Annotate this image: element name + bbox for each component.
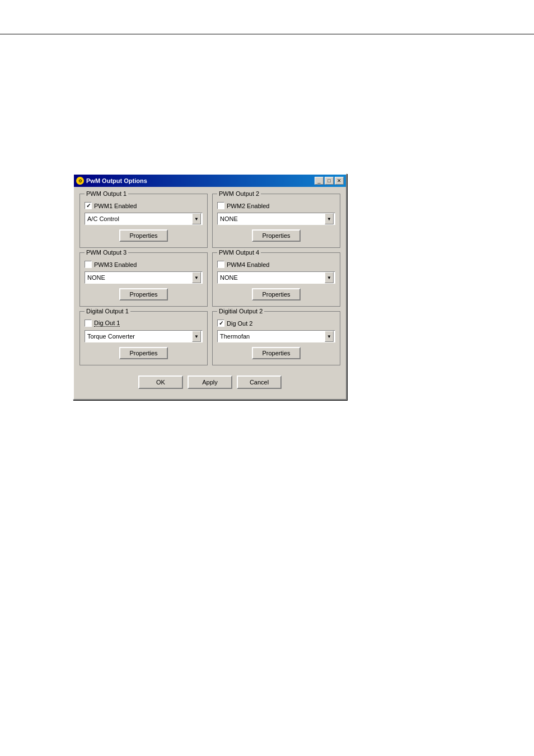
pwm3-select[interactable]: NONE ▼ — [85, 271, 203, 284]
title-buttons: _ □ ✕ — [315, 177, 344, 185]
digital1-checkbox-label: Dig Out 1 — [94, 320, 120, 327]
digital2-select[interactable]: Thermofan ▼ — [217, 330, 335, 342]
pwm4-properties-button[interactable]: Properties — [252, 288, 300, 300]
digital2-properties-button[interactable]: Properties — [252, 347, 300, 359]
pwm3-checkbox-label: PWM3 Enabled — [94, 261, 137, 268]
pwm-row-2: PWM Output 3 PWM3 Enabled NONE ▼ Propert… — [79, 252, 340, 307]
digital2-checkbox-row[interactable]: Dig Out 2 — [217, 320, 335, 327]
digital1-checkbox[interactable] — [85, 320, 92, 327]
dialog-body: PWM Output 1 PWM1 Enabled A/C Control ▼ … — [74, 187, 346, 399]
digital2-legend: Digitial Output 2 — [217, 308, 264, 314]
pwm4-group: PWM Output 4 PWM4 Enabled NONE ▼ Propert… — [212, 252, 340, 307]
digital1-checkbox-row[interactable]: Dig Out 1 — [85, 320, 203, 327]
dialog-icon: ⚙ — [76, 177, 84, 185]
pwm1-legend: PWM Output 1 — [85, 190, 128, 197]
pwm4-checkbox[interactable] — [217, 261, 224, 268]
pwm4-select-value: NONE — [219, 274, 238, 281]
pwm4-legend: PWM Output 4 — [217, 249, 261, 256]
digital2-select-arrow[interactable]: ▼ — [325, 331, 334, 342]
pwm2-select-value: NONE — [219, 215, 238, 222]
pwm4-checkbox-label: PWM4 Enabled — [227, 261, 269, 268]
pwm3-select-value: NONE — [86, 274, 105, 281]
pwm-output-options-dialog: ⚙ PwM Output Options _ □ ✕ PWM Output 1 … — [73, 173, 347, 400]
maximize-button[interactable]: □ — [325, 177, 334, 185]
page-background: ⚙ PwM Output Options _ □ ✕ PWM Output 1 … — [0, 0, 534, 756]
pwm1-checkbox-row[interactable]: PWM1 Enabled — [85, 202, 203, 209]
pwm2-checkbox-row[interactable]: PWM2 Enabled — [217, 202, 335, 209]
digital2-checkbox[interactable] — [217, 320, 224, 327]
pwm2-properties-button[interactable]: Properties — [252, 229, 300, 242]
bottom-buttons: OK Apply Cancel — [79, 371, 340, 392]
pwm2-checkbox-label: PWM2 Enabled — [227, 203, 269, 209]
digital1-properties-button[interactable]: Properties — [119, 347, 167, 359]
digital1-group: Digital Output 1 Dig Out 1 Torque Conver… — [79, 311, 208, 365]
pwm2-legend: PWM Output 2 — [217, 190, 261, 197]
cancel-button[interactable]: Cancel — [237, 375, 282, 389]
digital1-select[interactable]: Torque Converter ▼ — [85, 330, 203, 342]
pwm1-group: PWM Output 1 PWM1 Enabled A/C Control ▼ … — [79, 194, 208, 248]
ok-button[interactable]: OK — [138, 375, 183, 389]
pwm2-group: PWM Output 2 PWM2 Enabled NONE ▼ Propert… — [212, 194, 340, 248]
digital2-checkbox-label: Dig Out 2 — [227, 320, 252, 327]
pwm4-select-arrow[interactable]: ▼ — [325, 272, 334, 283]
close-button[interactable]: ✕ — [335, 177, 344, 185]
dialog-title: PwM Output Options — [86, 177, 147, 184]
pwm3-checkbox[interactable] — [85, 261, 92, 268]
pwm1-properties-button[interactable]: Properties — [119, 229, 167, 242]
apply-button[interactable]: Apply — [188, 375, 232, 389]
pwm3-select-arrow[interactable]: ▼ — [192, 272, 201, 283]
title-bar: ⚙ PwM Output Options _ □ ✕ — [74, 175, 346, 187]
pwm2-checkbox[interactable] — [217, 202, 224, 209]
digital1-select-arrow[interactable]: ▼ — [192, 331, 201, 342]
top-divider — [0, 34, 534, 35]
pwm1-select-arrow[interactable]: ▼ — [192, 213, 201, 224]
pwm3-group: PWM Output 3 PWM3 Enabled NONE ▼ Propert… — [79, 252, 208, 307]
digital-row: Digital Output 1 Dig Out 1 Torque Conver… — [79, 311, 340, 365]
pwm2-select[interactable]: NONE ▼ — [217, 213, 335, 225]
title-bar-left: ⚙ PwM Output Options — [76, 177, 147, 185]
pwm3-checkbox-row[interactable]: PWM3 Enabled — [85, 261, 203, 268]
pwm1-select[interactable]: A/C Control ▼ — [85, 213, 203, 225]
pwm1-checkbox-label: PWM1 Enabled — [94, 203, 137, 209]
minimize-button[interactable]: _ — [315, 177, 324, 185]
digital1-select-value: Torque Converter — [86, 333, 135, 340]
pwm2-select-arrow[interactable]: ▼ — [325, 213, 334, 224]
pwm4-checkbox-row[interactable]: PWM4 Enabled — [217, 261, 335, 268]
pwm1-select-value: A/C Control — [86, 215, 119, 222]
pwm-row-1: PWM Output 1 PWM1 Enabled A/C Control ▼ … — [79, 194, 340, 248]
pwm1-checkbox[interactable] — [85, 202, 92, 209]
digital2-group: Digitial Output 2 Dig Out 2 Thermofan ▼ … — [212, 311, 340, 365]
digital1-legend: Digital Output 1 — [85, 308, 130, 314]
digital2-select-value: Thermofan — [219, 333, 250, 340]
pwm4-select[interactable]: NONE ▼ — [217, 271, 335, 284]
pwm3-properties-button[interactable]: Properties — [119, 288, 167, 300]
pwm3-legend: PWM Output 3 — [85, 249, 128, 256]
